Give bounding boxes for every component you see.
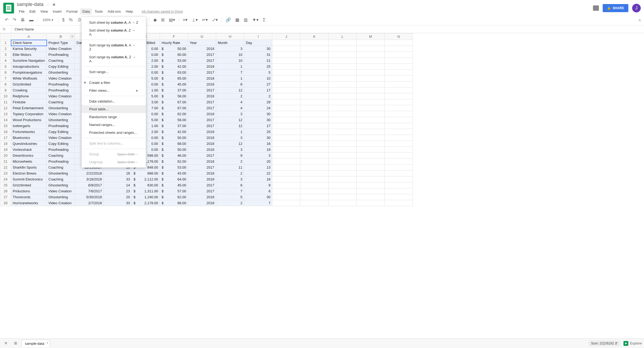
cell[interactable] [357, 99, 385, 105]
cell[interactable]: 27 [244, 81, 272, 87]
cell[interactable] [272, 141, 300, 147]
cell[interactable]: Proofreading [47, 87, 75, 93]
cell[interactable] [300, 194, 328, 200]
cell[interactable] [385, 159, 413, 165]
cell[interactable]: Video Creation [47, 46, 75, 52]
row-header[interactable]: 25 [0, 182, 11, 188]
cell[interactable] [272, 135, 300, 141]
cell[interactable]: $62.00 [160, 111, 188, 117]
cell[interactable]: 2017 [188, 87, 216, 93]
cell[interactable] [385, 58, 413, 64]
cell[interactable] [328, 165, 357, 170]
cell[interactable] [357, 135, 385, 141]
cell[interactable]: Ghostwriting [47, 105, 75, 111]
comments-icon[interactable] [593, 5, 599, 11]
paint-format-button[interactable]: ▬ [28, 16, 35, 23]
cell[interactable]: 2017 [188, 99, 216, 105]
cell[interactable]: Grizzlimited [11, 81, 47, 87]
cell[interactable]: Copy Editing [47, 129, 75, 135]
cell[interactable]: 3 [216, 111, 244, 117]
v-align-button[interactable]: ⊥▾ [190, 16, 199, 23]
cell[interactable] [272, 129, 300, 135]
cell[interactable] [328, 141, 357, 147]
cell[interactable]: 20 [104, 194, 132, 200]
cell[interactable] [300, 135, 328, 141]
cell[interactable]: Wood Productions [11, 117, 47, 123]
row-header[interactable]: 7 [0, 76, 11, 81]
cell[interactable]: $58.00 [160, 117, 188, 123]
cell[interactable]: 2018 [188, 194, 216, 200]
cell[interactable] [385, 64, 413, 70]
cell[interactable] [357, 129, 385, 135]
cell[interactable]: 22 [244, 170, 272, 176]
cell[interactable]: $2,178.00 [132, 200, 160, 206]
cell[interactable]: Priductions [11, 188, 47, 194]
cell[interactable] [272, 147, 300, 153]
cell[interactable] [385, 52, 413, 58]
cell[interactable]: 30 [244, 117, 272, 123]
cell[interactable] [272, 194, 300, 200]
cell[interactable] [357, 123, 385, 129]
cell[interactable]: 2017 [188, 123, 216, 129]
cell[interactable]: 21 [244, 58, 272, 64]
cell[interactable]: $62.00 [160, 194, 188, 200]
row-header[interactable]: 28 [0, 200, 11, 206]
cell[interactable]: $66.00 [160, 200, 188, 206]
cell[interactable]: Fortunetworks [11, 129, 47, 135]
cell[interactable] [328, 52, 357, 58]
cell[interactable]: 2017 [188, 182, 216, 188]
cell[interactable]: 10 [244, 76, 272, 81]
cell[interactable] [328, 93, 357, 99]
cell[interactable]: 4 [216, 99, 244, 105]
cell[interactable]: 2017 [188, 58, 216, 64]
cell[interactable]: Day [244, 40, 272, 46]
cell[interactable] [328, 87, 357, 93]
cell[interactable] [385, 40, 413, 46]
cell[interactable]: 7 [216, 188, 244, 194]
cell[interactable] [357, 141, 385, 147]
cell[interactable] [272, 40, 300, 46]
cell[interactable] [385, 141, 413, 147]
select-all-corner[interactable] [0, 33, 11, 40]
cell[interactable]: Coaching [47, 153, 75, 159]
cell[interactable]: Thorecords [11, 194, 47, 200]
row-header[interactable]: 27 [0, 194, 11, 200]
cell[interactable]: 10 [216, 52, 244, 58]
cell[interactable]: 7 [216, 70, 244, 76]
cell[interactable]: 2018 [188, 170, 216, 176]
cell[interactable]: $57.00 [160, 188, 188, 194]
cell[interactable] [328, 182, 357, 188]
cell[interactable]: 3 [244, 153, 272, 159]
cell[interactable]: 2018 [188, 76, 216, 81]
cell[interactable] [272, 46, 300, 52]
cell[interactable]: 7 [244, 200, 272, 206]
cell[interactable]: 10 [216, 58, 244, 64]
cell[interactable] [385, 188, 413, 194]
print-button[interactable]: 🖶 [19, 16, 26, 23]
cell[interactable] [328, 40, 357, 46]
cell[interactable]: Project Type [47, 40, 75, 46]
cell[interactable] [272, 165, 300, 170]
cell[interactable] [385, 99, 413, 105]
cell[interactable]: 2018 [188, 200, 216, 206]
cell[interactable]: $630.00 [132, 182, 160, 188]
cell[interactable]: 4 [216, 105, 244, 111]
text-rotate-button[interactable]: ⤢▾ [210, 16, 219, 23]
row-header[interactable]: 22 [0, 165, 11, 170]
column-header-M[interactable]: M [357, 33, 385, 40]
cell[interactable] [385, 76, 413, 81]
menu-edit[interactable]: Edit [27, 8, 38, 15]
cell[interactable]: 2 [216, 159, 244, 165]
cell[interactable]: 9 [216, 153, 244, 159]
cell[interactable]: $45.00 [160, 182, 188, 188]
cell[interactable]: 2018 [188, 147, 216, 153]
menu-filter-views[interactable]: Filter views...▶ [82, 87, 146, 94]
star-icon[interactable]: ☆ [46, 2, 50, 7]
cell[interactable] [300, 58, 328, 64]
row-header[interactable]: 3 [0, 52, 11, 58]
cell[interactable]: 6/9/2017 [75, 182, 104, 188]
cell[interactable] [357, 117, 385, 123]
cell[interactable]: 2018 [188, 46, 216, 52]
cell[interactable]: $58.00 [160, 93, 188, 99]
cell[interactable] [357, 52, 385, 58]
